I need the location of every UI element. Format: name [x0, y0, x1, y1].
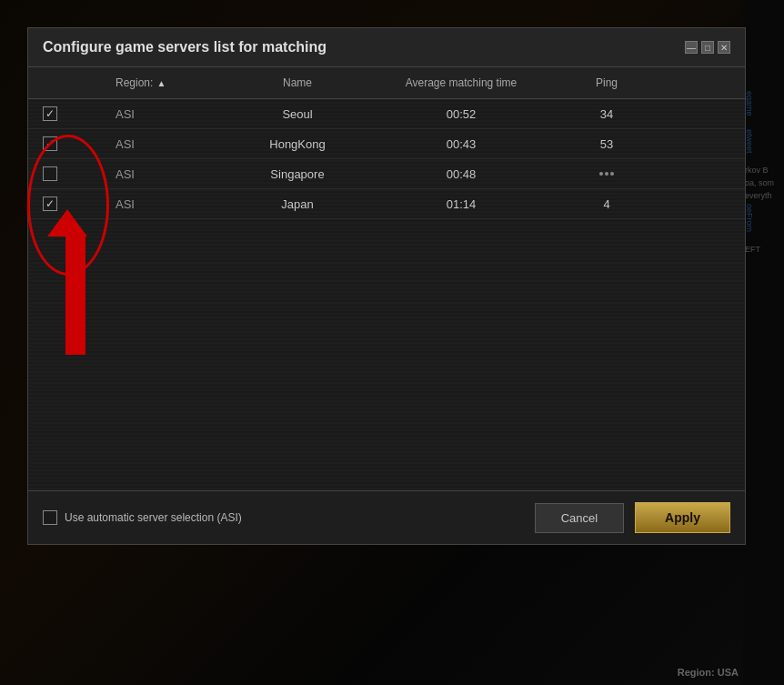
- row-2-checkbox[interactable]: [43, 136, 57, 151]
- row-1-avg-time: 00:52: [370, 107, 552, 121]
- dialog-title: Configure game servers list for matching: [43, 39, 327, 55]
- row-3-region: ASI: [116, 167, 225, 181]
- footer-right: Cancel Apply: [535, 502, 730, 533]
- table-row: ASI Japan 01:14 4: [28, 189, 745, 219]
- col-header-ping: Ping: [552, 76, 661, 89]
- row-4-region: ASI: [116, 197, 225, 211]
- row-3-checkbox[interactable]: [43, 166, 57, 181]
- row-1-ping: 34: [552, 107, 661, 121]
- row-1-checkbox-cell: [43, 106, 116, 121]
- row-4-ping: 4: [552, 197, 661, 211]
- ping-loading-indicator: [552, 172, 661, 176]
- row-2-ping: 53: [552, 137, 661, 151]
- row-2-region: ASI: [116, 137, 225, 151]
- title-controls: — □ ✕: [685, 41, 730, 54]
- row-1-name: Seoul: [225, 107, 370, 121]
- table-row: ASI Singapore 00:48: [28, 159, 745, 189]
- server-table: Region: ▲ Name Average matching time Pin…: [28, 67, 745, 490]
- table-row: ASI HongKong 00:43 53: [28, 129, 745, 159]
- row-1-checkbox[interactable]: [43, 106, 57, 121]
- restore-button[interactable]: □: [701, 41, 714, 54]
- row-2-checkbox-cell: [43, 136, 116, 151]
- col-header-name: Name: [225, 76, 370, 89]
- dialog-footer: Use automatic server selection (ASI) Can…: [28, 490, 745, 544]
- table-header: Region: ▲ Name Average matching time Pin…: [28, 67, 745, 99]
- cancel-button[interactable]: Cancel: [535, 503, 624, 533]
- apply-button[interactable]: Apply: [635, 502, 730, 533]
- auto-select-label: Use automatic server selection (ASI): [65, 511, 242, 524]
- row-4-checkbox[interactable]: [43, 196, 57, 211]
- row-3-avg-time: 00:48: [370, 167, 552, 181]
- row-3-ping: [552, 172, 661, 176]
- col-header-region[interactable]: Region: ▲: [116, 76, 225, 89]
- title-bar: Configure game servers list for matching…: [28, 28, 745, 67]
- row-2-name: HongKong: [225, 137, 370, 151]
- table-row: ASI Seoul 00:52 34: [28, 99, 745, 129]
- sort-icon: ▲: [156, 78, 166, 88]
- row-3-checkbox-cell: [43, 166, 116, 181]
- row-1-region: ASI: [116, 107, 225, 121]
- col-header-checkbox: [43, 76, 116, 89]
- row-4-avg-time: 01:14: [370, 197, 552, 211]
- dialog-overlay: Configure game servers list for matching…: [0, 0, 784, 685]
- footer-left: Use automatic server selection (ASI): [43, 510, 242, 525]
- row-4-checkbox-cell: [43, 196, 116, 211]
- table-body: ASI Seoul 00:52 34 ASI HongKong 00:43 53: [28, 99, 745, 490]
- row-2-avg-time: 00:43: [370, 137, 552, 151]
- row-4-name: Japan: [225, 197, 370, 211]
- col-header-avg-time: Average matching time: [370, 76, 552, 89]
- auto-select-checkbox[interactable]: [43, 510, 57, 525]
- main-dialog: Configure game servers list for matching…: [27, 27, 746, 545]
- row-3-name: Singapore: [225, 167, 370, 181]
- minimize-button[interactable]: —: [685, 41, 698, 54]
- close-button[interactable]: ✕: [718, 41, 730, 54]
